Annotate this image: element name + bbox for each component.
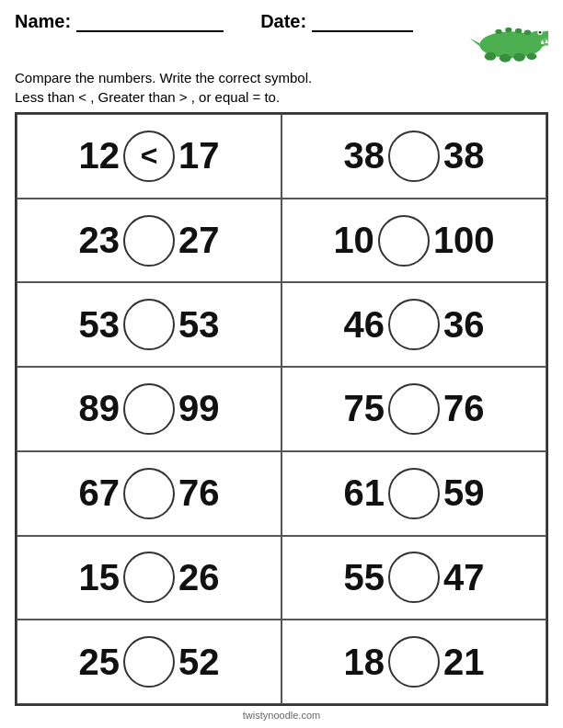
symbol-circle-left-6[interactable] (123, 636, 175, 688)
num-left-a-5: 15 (79, 557, 121, 598)
symbol-circle-right-1[interactable] (378, 215, 430, 267)
num-left-b-6: 52 (178, 642, 220, 683)
cell-left-4: 6776 (17, 451, 282, 536)
num-right-a-2: 46 (344, 304, 385, 346)
num-left-a-2: 53 (79, 304, 121, 346)
svg-point-16 (495, 29, 501, 34)
svg-point-11 (485, 52, 497, 61)
cell-left-5: 1526 (17, 536, 282, 620)
symbol-circle-right-5[interactable] (388, 552, 440, 603)
cell-left-2: 5353 (17, 282, 282, 367)
num-right-b-2: 36 (443, 304, 485, 346)
symbol-circle-left-2[interactable] (123, 299, 175, 350)
alligator-icon (465, 11, 548, 66)
num-left-a-1: 23 (79, 220, 121, 261)
symbol-circle-right-4[interactable] (388, 468, 440, 519)
cell-right-6: 1821 (282, 620, 546, 704)
cell-right-0: 3838 (282, 114, 546, 199)
svg-point-17 (505, 28, 511, 32)
num-left-a-6: 25 (79, 642, 121, 683)
cell-right-5: 5547 (282, 536, 546, 620)
date-label: Date: (260, 11, 306, 32)
svg-point-18 (515, 28, 522, 33)
symbol-circle-right-2[interactable] (388, 299, 440, 350)
symbol-circle-right-6[interactable] (388, 636, 440, 688)
num-right-b-0: 38 (443, 135, 485, 176)
num-right-a-4: 61 (344, 472, 385, 514)
num-left-b-5: 26 (178, 557, 220, 598)
num-right-a-3: 75 (344, 388, 385, 429)
num-left-a-0: 12 (79, 135, 121, 176)
num-right-b-3: 76 (443, 388, 485, 429)
cell-right-3: 7576 (282, 367, 546, 451)
num-left-b-3: 99 (178, 388, 220, 429)
svg-point-19 (524, 30, 531, 35)
num-left-a-4: 67 (79, 472, 121, 514)
instruction-line2: Less than < , Greater than > , or equal … (15, 87, 548, 107)
symbol-circle-left-0[interactable]: < (123, 131, 175, 182)
cell-left-1: 2327 (17, 199, 282, 283)
num-right-a-6: 18 (344, 642, 385, 683)
svg-point-5 (539, 31, 542, 34)
num-left-b-4: 76 (178, 472, 220, 514)
instruction-line1: Compare the numbers. Write the correct s… (15, 68, 548, 87)
name-input-line[interactable] (76, 12, 224, 32)
num-right-b-4: 59 (443, 472, 485, 514)
cell-right-2: 4636 (282, 282, 546, 367)
svg-point-13 (513, 53, 525, 62)
num-right-a-5: 55 (344, 557, 385, 598)
num-right-a-1: 10 (333, 220, 374, 261)
cell-left-6: 2552 (17, 620, 282, 704)
symbol-circle-left-3[interactable] (123, 383, 175, 435)
symbol-circle-left-4[interactable] (123, 468, 175, 519)
num-right-a-0: 38 (344, 135, 385, 176)
num-right-b-5: 47 (443, 557, 485, 598)
name-label: Name: (15, 11, 71, 32)
symbol-circle-right-0[interactable] (388, 131, 440, 182)
svg-point-12 (500, 54, 511, 63)
num-right-b-6: 21 (443, 642, 485, 683)
num-left-b-2: 53 (178, 304, 220, 346)
cell-right-1: 10100 (282, 199, 546, 283)
num-left-b-1: 27 (178, 220, 220, 261)
num-left-a-3: 89 (79, 388, 121, 429)
symbol-circle-right-3[interactable] (388, 383, 440, 435)
comparison-grid: 12<1738382327101005353463689997576677661… (15, 112, 548, 706)
num-right-b-1: 100 (433, 220, 495, 261)
date-input-line[interactable] (312, 12, 413, 32)
cell-left-0: 12<17 (17, 114, 282, 199)
cell-left-3: 8999 (17, 367, 282, 451)
svg-point-14 (527, 53, 537, 60)
num-left-b-0: 17 (178, 135, 220, 176)
symbol-circle-left-5[interactable] (123, 552, 175, 603)
cell-right-4: 6159 (282, 451, 546, 536)
footer-text: twistynoodle.com (15, 706, 548, 721)
symbol-circle-left-1[interactable] (123, 215, 175, 267)
